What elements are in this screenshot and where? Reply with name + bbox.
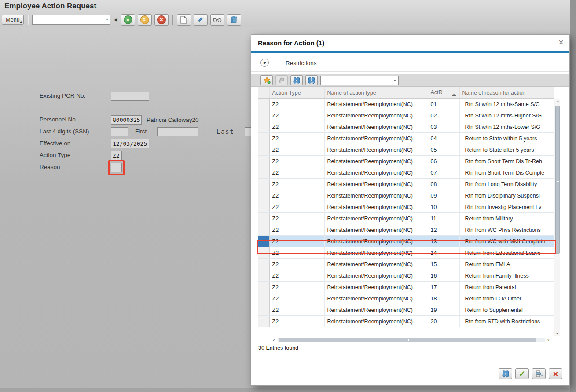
table-row[interactable]: Z2Reinstatement/Reemployment(NC)09Rtn fr… xyxy=(258,190,554,201)
cell-action-type-name[interactable]: Reinstatement/Reemployment(NC) xyxy=(324,259,428,270)
create-button[interactable] xyxy=(177,14,191,26)
dialog-cancel-button[interactable]: × xyxy=(549,368,562,379)
table-row[interactable]: Z2Reinstatement/Reemployment(NC)12Rtn fr… xyxy=(258,224,554,236)
table-row[interactable]: Z2Reinstatement/Reemployment(NC)18Return… xyxy=(258,293,554,304)
cell-action-type[interactable]: Z2 xyxy=(269,190,324,201)
cell-actr[interactable]: 14 xyxy=(428,247,459,259)
column-header-actr[interactable]: ▲ActR xyxy=(428,87,459,99)
cell-reason-name[interactable]: Return from LOA Other xyxy=(459,293,554,304)
table-row[interactable]: Z2Reinstatement/Reemployment(NC)16Return… xyxy=(258,270,554,282)
cell-action-type-name[interactable]: Reinstatement/Reemployment(NC) xyxy=(324,167,428,179)
row-select-cell[interactable] xyxy=(258,99,269,110)
table-row[interactable]: Z2Reinstatement/Reemployment(NC)08Rtn fr… xyxy=(258,179,554,190)
action-type-input[interactable] xyxy=(111,151,122,160)
cell-reason-name[interactable]: Rtn from WC Phys Restrictions xyxy=(459,224,554,236)
cell-action-type[interactable]: Z2 xyxy=(269,201,324,213)
cell-actr[interactable]: 08 xyxy=(428,179,459,190)
cell-action-type-name[interactable]: Reinstatement/Reemployment(NC) xyxy=(324,247,428,259)
personnel-no-input[interactable] xyxy=(111,115,142,125)
scroll-up-icon[interactable]: › xyxy=(554,99,561,104)
find-button[interactable] xyxy=(290,75,303,85)
table-row[interactable]: Z2Reinstatement/Reemployment(NC)20Rtn fr… xyxy=(258,316,554,327)
cell-reason-name[interactable]: Rtn St w/in 12 mths-Higher S/G xyxy=(459,110,554,121)
horizontal-scrollbar-track[interactable] xyxy=(278,338,545,342)
row-select-cell[interactable] xyxy=(258,259,269,270)
cell-action-type-name[interactable]: Reinstatement/Reemployment(NC) xyxy=(324,293,428,304)
cell-actr[interactable]: 07 xyxy=(428,167,459,179)
cell-reason-name[interactable]: Rtn from WC with MMI Complete xyxy=(459,236,554,247)
cell-action-type[interactable]: Z2 xyxy=(269,304,324,316)
cell-actr[interactable]: 15 xyxy=(428,259,459,270)
cell-action-type[interactable]: Z2 xyxy=(269,133,324,144)
cell-action-type-name[interactable]: Reinstatement/Reemployment(NC) xyxy=(324,179,428,190)
ssn-input[interactable] xyxy=(111,127,128,136)
table-row[interactable]: Z2Reinstatement/Reemployment(NC)01Rtn St… xyxy=(258,99,554,110)
cell-reason-name[interactable]: Rtn from STD with Restrictions xyxy=(459,316,554,327)
cell-action-type-name[interactable]: Reinstatement/Reemployment(NC) xyxy=(324,282,428,293)
row-select-cell[interactable] xyxy=(258,121,269,133)
restrictions-expand-button[interactable]: ▶ xyxy=(260,59,269,67)
scroll-right-icon[interactable]: › xyxy=(547,337,549,343)
horizontal-scrollbar-thumb[interactable] xyxy=(279,338,536,342)
cell-reason-name[interactable]: Rtn St w/in 12 mths-Same S/G xyxy=(459,99,554,110)
cell-action-type-name[interactable]: Reinstatement/Reemployment(NC) xyxy=(324,213,428,224)
cell-reason-name[interactable]: Return from FMLA xyxy=(459,259,554,270)
row-select-cell[interactable] xyxy=(258,304,269,316)
insert-personal-list-button[interactable] xyxy=(260,75,273,85)
row-select-cell[interactable] xyxy=(258,282,269,293)
accept-button[interactable]: ✓ xyxy=(515,368,529,379)
row-select-cell[interactable] xyxy=(258,236,269,247)
vertical-scrollbar-thumb[interactable] xyxy=(555,106,560,254)
cell-actr[interactable]: 04 xyxy=(428,133,459,144)
print-button[interactable] xyxy=(532,368,546,379)
row-select-cell[interactable] xyxy=(258,213,269,224)
row-select-cell[interactable] xyxy=(258,270,269,282)
table-row[interactable]: Z2Reinstatement/Reemployment(NC)07Rtn fr… xyxy=(258,167,554,179)
cell-actr[interactable]: 05 xyxy=(428,144,459,156)
cell-action-type-name[interactable]: Reinstatement/Reemployment(NC) xyxy=(324,201,428,213)
cell-reason-name[interactable]: Return from Family Illness xyxy=(459,270,554,282)
cell-action-type[interactable]: Z2 xyxy=(269,144,324,156)
row-select-cell[interactable] xyxy=(258,167,269,179)
cell-action-type[interactable]: Z2 xyxy=(269,282,324,293)
cell-action-type[interactable]: Z2 xyxy=(269,121,324,133)
cell-action-type[interactable]: Z2 xyxy=(269,99,324,110)
vertical-scrollbar[interactable]: › › xyxy=(554,99,560,336)
cell-actr[interactable]: 20 xyxy=(428,316,459,327)
footer-find-button[interactable] xyxy=(499,368,512,379)
display-button[interactable] xyxy=(210,14,224,26)
cell-reason-name[interactable]: Return from Educational Leave xyxy=(459,247,554,259)
cell-reason-name[interactable]: Rtn from Long Term Disability xyxy=(459,179,554,190)
table-row[interactable]: Z2Reinstatement/Reemployment(NC)19Return… xyxy=(258,304,554,316)
cell-reason-name[interactable]: Rtn from Investig Placement Lv xyxy=(459,201,554,213)
cell-action-type[interactable]: Z2 xyxy=(269,236,324,247)
row-select-cell[interactable] xyxy=(258,316,269,327)
row-select-cell[interactable] xyxy=(258,201,269,213)
scroll-down-icon[interactable]: › xyxy=(554,330,561,336)
cell-reason-name[interactable]: Return to State within 5 years xyxy=(459,133,554,144)
table-row[interactable]: Z2Reinstatement/Reemployment(NC)02Rtn St… xyxy=(258,110,554,121)
cell-actr[interactable]: 10 xyxy=(428,201,459,213)
row-select-cell[interactable] xyxy=(258,247,269,259)
cell-action-type-name[interactable]: Reinstatement/Reemployment(NC) xyxy=(324,121,428,133)
cell-reason-name[interactable]: Rtn from Short Term Dis Tr-Reh xyxy=(459,156,554,167)
table-row[interactable]: Z2Reinstatement/Reemployment(NC)13Rtn fr… xyxy=(258,236,554,247)
cell-action-type[interactable]: Z2 xyxy=(269,293,324,304)
row-select-cell[interactable] xyxy=(258,144,269,156)
table-row[interactable]: Z2Reinstatement/Reemployment(NC)04Return… xyxy=(258,133,554,144)
table-row[interactable]: Z2Reinstatement/Reemployment(NC)03Rtn St… xyxy=(258,121,554,133)
table-row[interactable]: Z2Reinstatement/Reemployment(NC)11Return… xyxy=(258,213,554,224)
close-icon[interactable]: × xyxy=(558,37,564,48)
cell-action-type-name[interactable]: Reinstatement/Reemployment(NC) xyxy=(324,304,428,316)
cell-reason-name[interactable]: Return to State after 5 years xyxy=(459,144,554,156)
cell-action-type[interactable]: Z2 xyxy=(269,110,324,121)
cell-reason-name[interactable]: Return to Supplemental xyxy=(459,304,554,316)
table-row[interactable]: Z2Reinstatement/Reemployment(NC)06Rtn fr… xyxy=(258,156,554,167)
effective-on-input[interactable] xyxy=(111,139,149,148)
cell-action-type-name[interactable]: Reinstatement/Reemployment(NC) xyxy=(324,236,428,247)
cell-action-type[interactable]: Z2 xyxy=(269,224,324,236)
select-all-header[interactable] xyxy=(258,87,269,99)
cell-actr[interactable]: 13 xyxy=(428,236,459,247)
restriction-filter-combo[interactable]: › xyxy=(320,76,399,85)
cell-actr[interactable]: 03 xyxy=(428,121,459,133)
